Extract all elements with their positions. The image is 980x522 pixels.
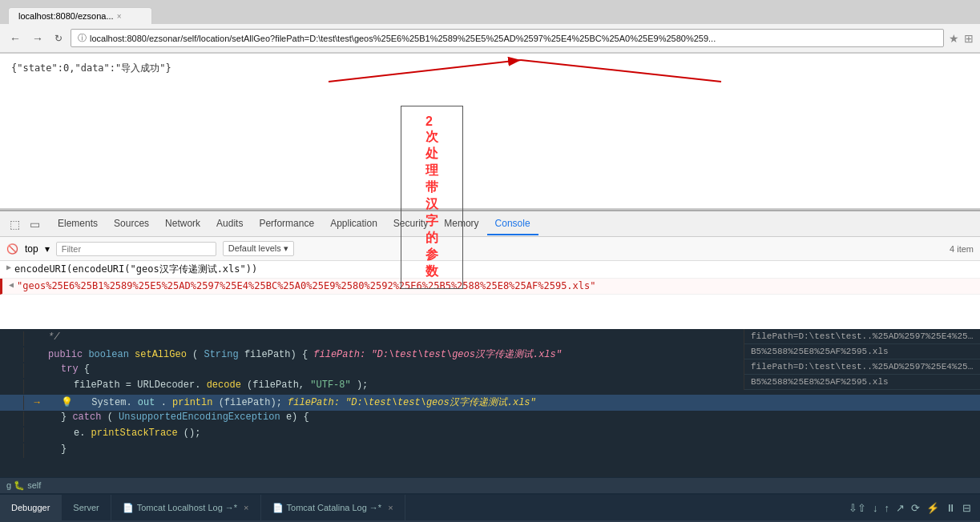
ide-bottom: Debugger Server 📄 Tomcat Localhost Log →… <box>0 493 980 522</box>
json-response: {"state":0,"data":"导入成功"} <box>11 62 969 75</box>
browser-tab[interactable]: localhost:8080/ezsona... × <box>8 7 152 24</box>
refresh-btn[interactable]: ↻ <box>51 31 66 46</box>
stop-btn[interactable]: ⊟ <box>960 500 974 516</box>
right-panel-line-4: B5%2588%25E8%25AF%2595.xls <box>744 375 980 390</box>
chevron-icon: ▾ <box>45 243 50 255</box>
tab-network[interactable]: Network <box>157 213 208 235</box>
browser-chrome: localhost:8080/ezsona... × ← → ↻ ⓘ local… <box>0 0 980 54</box>
filter-input[interactable] <box>56 242 216 256</box>
tab-bar: localhost:8080/ezsona... × <box>0 0 980 24</box>
console-toolbar: 🚫 top ▾ Default levels ▾ 4 item <box>0 237 980 261</box>
page-content: {"state":0,"data":"导入成功"} 2次处理带汉字的参数 <box>0 54 980 210</box>
line-marker-3 <box>29 363 45 378</box>
code-line-5: → 💡 System. out . println (filePath); fi… <box>0 395 980 411</box>
step-over-btn[interactable]: ↓ <box>870 500 881 516</box>
tab-audits[interactable]: Audits <box>208 213 251 235</box>
pause-btn[interactable]: ⏸ <box>943 500 958 516</box>
line-num-8 <box>0 444 24 458</box>
resume-btn[interactable]: ⟳ <box>909 500 922 516</box>
annotation-box: 2次处理带汉字的参数 <box>401 106 463 289</box>
console-input-text: encodeURI(encodeURI("geos汉字传递测试.xls")) <box>14 263 257 276</box>
devtools-tab-bar: ⬚ ▭ Elements Sources Network Audits Perf… <box>0 211 980 237</box>
ide-tab-catalina-close[interactable]: × <box>388 503 393 512</box>
ide-tab-tomcat-localhost-label: Tomcat Localhost Log →* <box>137 503 237 512</box>
ide-status-text: g 🐛 self <box>6 480 41 491</box>
nav-bar: ← → ↻ ⓘ localhost:8080/ezsonar/self/loca… <box>0 24 980 53</box>
line-num-7 <box>0 428 24 442</box>
arrow-marker: → <box>34 397 39 408</box>
inspect-icon[interactable]: ⬚ <box>6 216 23 232</box>
step-out-btn[interactable]: ↗ <box>893 500 907 516</box>
code-line-6: } catch ( UnsupportedEncodingException e… <box>0 411 980 427</box>
console-result-text: "geos%25E6%25B1%2589%25E5%25AD%2597%25E4… <box>17 280 595 291</box>
line-num-5 <box>0 396 24 410</box>
ide-tab-tomcat-localhost[interactable]: 📄 Tomcat Localhost Log →* × <box>111 495 261 520</box>
console-output: ▶ encodeURI(encodeURI("geos汉字传递测试.xls"))… <box>0 261 980 329</box>
right-panel-line-1: filePath=D:\test\test..%25AD%2597%25E4%2… <box>744 329 980 344</box>
ide-tab-tomcat-localhost-icon: 📄 <box>123 503 134 513</box>
line-marker-5: → <box>29 396 45 410</box>
step-into-btn[interactable]: ⇩⇧ <box>846 500 869 516</box>
ide-tab-server-label: Server <box>73 503 99 512</box>
top-label: top <box>25 243 38 255</box>
ide-tab-tomcat-localhost-close[interactable]: × <box>244 503 248 512</box>
line-marker-4 <box>29 379 45 394</box>
line-marker-7 <box>29 428 45 442</box>
tab-sources[interactable]: Sources <box>106 213 157 235</box>
code-content-6: } catch ( UnsupportedEncodingException e… <box>45 412 980 426</box>
line-num-2 <box>0 347 24 362</box>
back-btn[interactable]: ← <box>6 30 24 46</box>
extension-btn[interactable]: ⊞ <box>964 32 974 45</box>
bookmark-btn[interactable]: ★ <box>949 32 959 45</box>
ide-tab-catalina-label: Tomcat Catalina Log →* <box>287 503 382 512</box>
line-num-4 <box>0 379 24 394</box>
ide-tab-debugger-label: Debugger <box>11 503 50 512</box>
ide-tab-debugger[interactable]: Debugger <box>0 495 62 520</box>
right-panel-line-2: B5%2588%25E8%25AF%2595.xls <box>744 344 980 359</box>
lock-icon: ⓘ <box>78 32 87 44</box>
tab-close-btn[interactable]: × <box>117 12 122 21</box>
tab-application[interactable]: Application <box>322 213 385 235</box>
ide-tab-row: Debugger Server 📄 Tomcat Localhost Log →… <box>0 495 980 520</box>
devtools: ⬚ ▭ Elements Sources Network Audits Perf… <box>0 210 980 329</box>
console-prompt-icon: ▶ <box>6 263 11 271</box>
code-content-7: e. printStackTrace (); <box>45 428 980 442</box>
code-content-5: 💡 System. out . println (filePath); file… <box>45 396 980 410</box>
line-marker-6 <box>29 412 45 426</box>
ide-status-bar: g 🐛 self <box>0 477 980 493</box>
devtools-icon-group: ⬚ ▭ <box>6 216 43 232</box>
arrow-annotation <box>0 54 980 208</box>
ide-tab-catalina-icon: 📄 <box>272 503 284 513</box>
console-result-arrow: ◀ <box>9 280 14 289</box>
code-line-7: e. printStackTrace (); <box>0 427 980 443</box>
line-marker-2 <box>29 347 45 362</box>
tab-console[interactable]: Console <box>487 213 538 235</box>
annotation-text: 2次处理带汉字的参数 <box>425 114 438 278</box>
console-line-result: ◀ "geos%25E6%25B1%2589%25E5%25AD%2597%25… <box>0 279 980 295</box>
code-line-8: } <box>0 443 980 459</box>
address-bar[interactable]: ⓘ localhost:8080/ezsonar/self/location/s… <box>71 29 944 47</box>
ide-toolbar-buttons: ⇩⇧ ↓ ↑ ↗ ⟳ ⚡ ⏸ ⊟ <box>846 500 980 516</box>
line-num-1 <box>0 331 24 346</box>
device-icon[interactable]: ▭ <box>26 216 43 232</box>
line-num-3 <box>0 363 24 378</box>
tab-elements[interactable]: Elements <box>50 213 106 235</box>
right-panel-line-3: filePath=D:\test\test..%25AD%2597%25E4%2… <box>744 359 980 375</box>
code-content-8: } <box>45 444 980 458</box>
tab-performance[interactable]: Performance <box>251 213 322 235</box>
error-icon: 🚫 <box>6 243 18 255</box>
levels-dropdown[interactable]: Default levels ▾ <box>223 241 294 256</box>
line-marker-8 <box>29 444 45 458</box>
tab-title: localhost:8080/ezsona... <box>18 11 114 21</box>
ide-tab-catalina[interactable]: 📄 Tomcat Catalina Log →* × <box>261 495 405 520</box>
code-panel: filePath=D:\test\test..%25AD%2597%25E4%2… <box>0 329 980 477</box>
line-num-6 <box>0 412 24 426</box>
run-to-cursor-btn[interactable]: ⚡ <box>924 500 942 516</box>
ide-tab-server[interactable]: Server <box>62 495 111 520</box>
address-text: localhost:8080/ezsonar/self/location/set… <box>90 34 937 43</box>
step-up-btn[interactable]: ↑ <box>882 500 893 516</box>
forward-btn[interactable]: → <box>29 30 46 46</box>
console-line-input: ▶ encodeURI(encodeURI("geos汉字传递测试.xls")) <box>0 261 980 279</box>
right-panel: filePath=D:\test\test..%25AD%2597%25E4%2… <box>744 329 980 390</box>
items-count: 4 item <box>950 244 974 254</box>
